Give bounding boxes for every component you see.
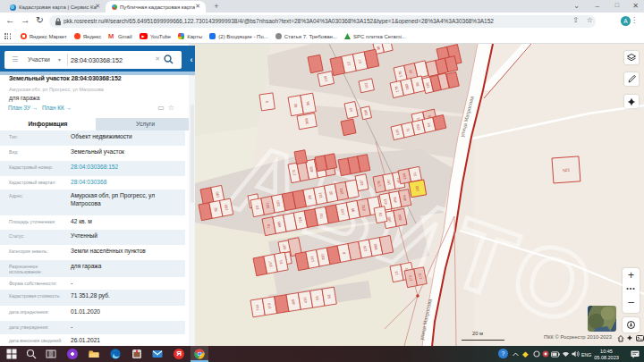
svg-text:523: 523: [563, 168, 570, 173]
